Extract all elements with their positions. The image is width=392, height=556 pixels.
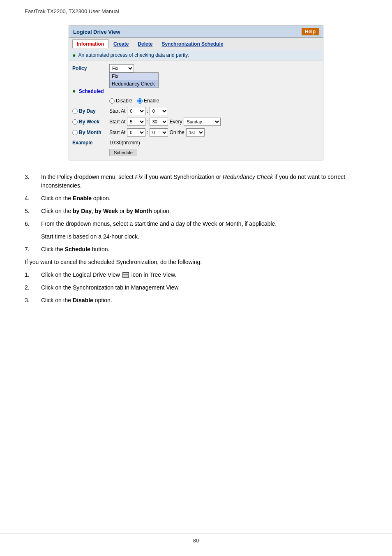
cancel-step-1: 1. Click on the Logical Drive View icon … [25, 271, 367, 279]
scheduled-row: ● Scheduled [69, 86, 323, 96]
by-month-option[interactable]: By Month [72, 130, 109, 135]
page-footer: 80 [0, 533, 392, 548]
tab-synchronization-schedule[interactable]: Synchronization Schedule [157, 40, 227, 48]
step5-bold3: by Month [127, 208, 152, 214]
by-day-area: By Day [72, 108, 109, 114]
step5-text: Click on the [41, 208, 73, 214]
cancel3-num: 3. [25, 296, 41, 305]
scheduled-label: Scheduled [79, 88, 104, 94]
step4-num: 4. [25, 194, 41, 203]
colon-day: : [147, 108, 148, 114]
by-week-minute-select[interactable]: 300 [150, 118, 168, 126]
example-value: 10:30(hh:mm) [109, 140, 140, 146]
step3-text-mid: if you want Synchronization or [143, 174, 223, 180]
tabs-row: Information Create Delete Synchronizatio… [69, 38, 323, 50]
policy-option-redundancy[interactable]: Redundancy Check [110, 80, 158, 88]
cancel1-content: Click on the Logical Drive View icon in … [41, 271, 367, 279]
by-day-label: By Day [79, 108, 96, 114]
tab-information[interactable]: Information [72, 39, 108, 48]
automated-process-row: ● An automated process of checking data … [69, 50, 323, 60]
logical-drive-view-panel: Logical Drive View Help Information Crea… [69, 25, 323, 160]
by-week-label: By Week [79, 119, 99, 125]
by-week-day-select[interactable]: SundayMondayTuesday WednesdayThursdayFri… [184, 118, 221, 126]
cancel3-text-after: option. [93, 297, 112, 303]
step3-num: 3. [25, 173, 41, 190]
policy-option-fix[interactable]: Fix [110, 73, 158, 80]
cancel-section-text: If you want to cancel the scheduled Sync… [25, 258, 367, 266]
step5-bold2: by Week [95, 208, 118, 214]
step7-text-after: button. [90, 246, 110, 253]
step6-content: From the dropdown menus, select a start … [41, 220, 367, 228]
scheduled-area: ● Scheduled [72, 88, 109, 94]
by-month-minute-select[interactable]: 0 [150, 128, 168, 137]
step3-fix: Fix [135, 174, 143, 180]
by-week-area: By Week [72, 119, 109, 125]
step6-subtext: Start time is based on a 24-hour clock. [25, 232, 367, 241]
by-month-area: By Month [72, 130, 109, 135]
enable-label: Enable [144, 98, 159, 104]
by-day-hour-select[interactable]: 012 [127, 107, 145, 115]
schedule-button[interactable]: Schedule [109, 149, 137, 156]
enable-radio[interactable] [137, 98, 143, 104]
by-week-option[interactable]: By Week [72, 119, 109, 125]
step5-text-after: option. [152, 208, 171, 214]
instructions-section: 3. In the Policy dropdown menu, select F… [25, 173, 367, 313]
step7-content: Click the Schedule button. [41, 245, 367, 254]
help-button[interactable]: Help [302, 28, 319, 35]
disable-radio[interactable] [109, 98, 115, 104]
page-header: FastTrak TX2200, TX2300 User Manual [25, 8, 367, 17]
disable-option[interactable]: Disable [109, 98, 132, 104]
by-month-label: By Month [79, 130, 101, 135]
step3-text-before: In the Policy dropdown menu, select [41, 174, 135, 180]
colon-month: : [147, 130, 148, 135]
by-month-hour-select[interactable]: 0 [127, 128, 145, 137]
step3-redundancy: Redundancy Check [223, 174, 273, 180]
start-at-week-label: Start At [109, 119, 125, 125]
panel-title: Logical Drive View [73, 29, 120, 35]
by-month-radio[interactable] [72, 130, 78, 135]
panel-header: Logical Drive View Help [69, 26, 323, 38]
form-area: Policy Fix Redundancy Check Fix Redundan… [69, 60, 323, 160]
step6-num: 6. [25, 220, 41, 228]
step6-text: From the dropdown menus, select a start … [41, 220, 277, 227]
tab-delete[interactable]: Delete [134, 40, 157, 48]
by-week-hour-select[interactable]: 5 [127, 118, 145, 126]
policy-dropdown-popup[interactable]: Fix Redundancy Check [109, 72, 159, 88]
on-the-label: On the [170, 130, 184, 135]
steps-list: 3. In the Policy dropdown menu, select F… [25, 173, 367, 228]
step4-bold: Enable [73, 195, 92, 202]
example-row: Example 10:30(hh:mm) [69, 138, 323, 148]
step7-num: 7. [25, 245, 41, 254]
by-week-radio[interactable] [72, 119, 78, 125]
step4-content: Click on the Enable option. [41, 194, 367, 203]
by-day-minute-select[interactable]: 030 [150, 107, 168, 115]
by-day-option[interactable]: By Day [72, 108, 109, 114]
step5-bold1: by Day [73, 208, 92, 214]
check-circle-icon: ● [72, 52, 76, 58]
by-day-row: By Day Start At 012 : 030 [69, 106, 323, 116]
by-month-day-select[interactable]: 1st2nd3rd [186, 128, 205, 137]
tab-create[interactable]: Create [109, 40, 133, 48]
step-4: 4. Click on the Enable option. [25, 194, 367, 203]
step-6: 6. From the dropdown menus, select a sta… [25, 220, 367, 228]
ldv-icon [122, 272, 129, 278]
cancel3-content: Click on the Disable option. [41, 296, 367, 305]
disable-label: Disable [116, 98, 132, 104]
disable-enable-row: Disable Enable [69, 96, 323, 106]
cancel3-bold: Disable [73, 297, 93, 303]
step4-text: Click on the [41, 195, 73, 202]
step4-text-after: option. [92, 195, 111, 202]
enable-option[interactable]: Enable [137, 98, 159, 104]
cancel-step-3: 3. Click on the Disable option. [25, 296, 367, 305]
step5-sep1: , [92, 208, 95, 214]
cancel1-text-after: icon in Tree View. [131, 271, 176, 278]
step5-num: 5. [25, 207, 41, 215]
policy-select[interactable]: Fix Redundancy Check [109, 64, 134, 72]
policy-row: Policy Fix Redundancy Check Fix Redundan… [69, 63, 323, 74]
steps-list-2: 7. Click the Schedule button. [25, 245, 367, 254]
cancel-step-2: 2. Click on the Synchronization tab in M… [25, 283, 367, 292]
by-day-radio[interactable] [72, 109, 78, 114]
schedule-button-row: Schedule [69, 148, 323, 158]
cancel2-content: Click on the Synchronization tab in Mana… [41, 283, 367, 292]
step3-content: In the Policy dropdown menu, select Fix … [41, 173, 367, 190]
